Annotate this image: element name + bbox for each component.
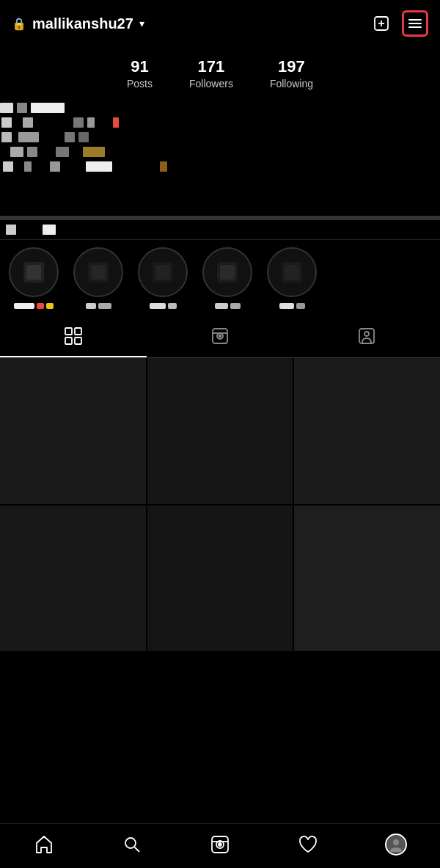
highlight-item[interactable]	[7, 247, 60, 309]
following-stat[interactable]: 197 Following	[270, 57, 313, 90]
top-right-icons	[368, 10, 428, 37]
svg-rect-16	[65, 328, 72, 335]
posts-stat[interactable]: 91 Posts	[127, 57, 153, 90]
svg-rect-17	[75, 328, 81, 335]
highlight-item[interactable]	[265, 247, 318, 309]
svg-point-25	[364, 332, 369, 336]
svg-rect-7	[26, 265, 41, 280]
tab-grid[interactable]	[0, 316, 147, 357]
highlight-item[interactable]	[72, 247, 125, 309]
svg-rect-11	[155, 265, 170, 280]
grid-cell[interactable]	[294, 506, 440, 652]
svg-line-27	[135, 847, 140, 853]
lock-icon: 🔒	[12, 17, 26, 31]
svg-rect-15	[285, 265, 299, 280]
username-text: mallikanshu27	[32, 15, 133, 32]
bottom-nav	[0, 823, 440, 868]
highlight-circle	[138, 247, 188, 297]
highlight-item[interactable]	[201, 247, 254, 309]
grid-cell[interactable]	[0, 506, 146, 652]
home-button[interactable]	[26, 831, 62, 858]
followers-label: Followers	[189, 78, 233, 90]
svg-point-30	[219, 843, 221, 846]
stats-row: 91 Posts 171 Followers 197 Following	[0, 44, 440, 98]
svg-point-33	[393, 839, 399, 845]
likes-button[interactable]	[290, 831, 326, 858]
profile-button[interactable]	[378, 831, 414, 858]
search-button[interactable]	[114, 831, 150, 858]
svg-rect-9	[91, 265, 106, 280]
tab-tagged[interactable]	[293, 316, 440, 357]
highlights-bar[interactable]	[0, 239, 440, 316]
username-row: 🔒 mallikanshu27 ▾	[12, 15, 144, 32]
following-count: 197	[278, 57, 305, 76]
posts-count: 91	[131, 57, 148, 76]
profile-visual	[0, 98, 440, 216]
highlights-inner	[7, 247, 433, 309]
add-post-button[interactable]	[368, 10, 395, 37]
highlight-circle	[73, 247, 123, 297]
grid-cell[interactable]	[147, 358, 293, 504]
tab-reels[interactable]	[147, 316, 293, 357]
svg-rect-19	[75, 338, 81, 344]
followers-count: 171	[198, 57, 225, 76]
grid-cell[interactable]	[0, 358, 146, 504]
reels-button[interactable]	[202, 831, 238, 858]
photo-grid	[0, 358, 440, 651]
following-label: Following	[270, 78, 313, 90]
highlight-item[interactable]	[136, 247, 189, 309]
svg-point-22	[219, 335, 221, 338]
followers-stat[interactable]: 171 Followers	[189, 57, 233, 90]
svg-point-26	[125, 838, 136, 848]
chevron-down-icon[interactable]: ▾	[139, 18, 144, 29]
posts-label: Posts	[127, 78, 153, 90]
menu-button[interactable]	[402, 10, 428, 37]
highlight-circle	[202, 247, 252, 297]
svg-rect-13	[220, 265, 235, 280]
grid-cell[interactable]	[147, 506, 293, 652]
avatar	[385, 834, 407, 856]
highlight-circle	[267, 247, 317, 297]
content-tabs	[0, 316, 440, 358]
highlight-circle	[9, 247, 59, 297]
svg-rect-18	[65, 338, 72, 344]
top-bar: 🔒 mallikanshu27 ▾	[0, 0, 440, 44]
grid-cell[interactable]	[294, 358, 440, 504]
